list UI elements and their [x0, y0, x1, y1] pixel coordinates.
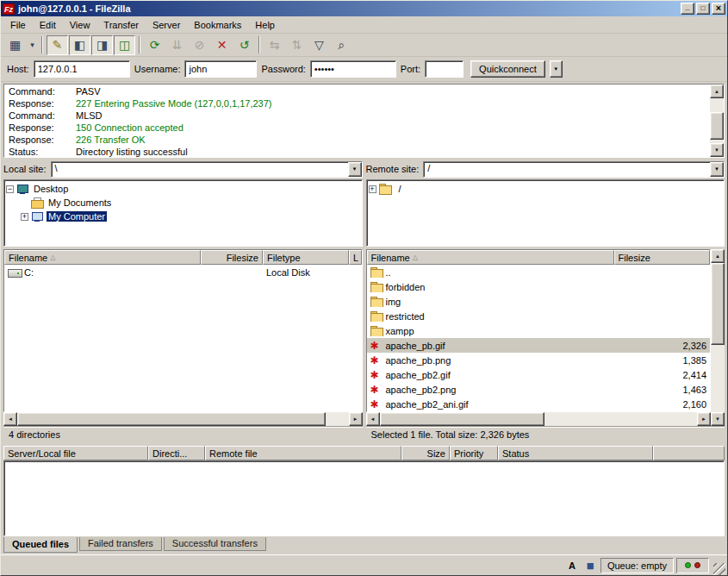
column-header-filesize[interactable]: Filesize	[614, 250, 711, 265]
column-header-status[interactable]: Status	[498, 446, 653, 460]
remote-file-row[interactable]: ✱apache_pb.png 1,385	[367, 353, 711, 367]
remote-site-combo[interactable]: / ▼	[423, 161, 725, 178]
local-file-row[interactable]: C: Local Disk	[4, 265, 362, 279]
scroll-up-button[interactable]: ▲	[711, 249, 725, 263]
column-header-filename[interactable]: Filename△	[4, 250, 201, 265]
local-horizontal-scrollbar[interactable]: ◄ ►	[3, 412, 363, 426]
local-site-combo[interactable]: \ ▼	[51, 161, 363, 178]
cancel-button[interactable]: ⊘	[189, 35, 210, 55]
tab-failed-transfers[interactable]: Failed transfers	[79, 537, 162, 551]
expand-icon[interactable]: +	[369, 185, 376, 193]
remote-file-row[interactable]: ✱apache_pb2_ani.gif 2,160	[367, 397, 711, 411]
scroll-thumb[interactable]	[711, 263, 725, 345]
toggle-remote-tree-button[interactable]: ◨	[91, 35, 113, 55]
column-header-truncated[interactable]: L	[349, 250, 362, 265]
filesize: 2,326	[614, 341, 711, 351]
filter-button[interactable]: ▽	[308, 35, 330, 55]
remote-horizontal-scrollbar[interactable]: ◄ ►	[366, 412, 712, 426]
disconnect-button[interactable]: ✕	[211, 35, 233, 55]
column-header-priority[interactable]: Priority	[450, 446, 498, 460]
remote-file-row[interactable]: ..	[367, 265, 711, 279]
column-header-filename[interactable]: Filename△	[367, 250, 614, 265]
reconnect-button[interactable]: ↺	[233, 35, 255, 55]
column-header-filetype[interactable]: Filetype	[263, 250, 349, 265]
scroll-up-button[interactable]: ▲	[710, 85, 724, 98]
minimize-button[interactable]: _	[681, 3, 694, 15]
close-button[interactable]: ×	[712, 3, 725, 15]
scroll-thumb[interactable]	[710, 112, 724, 140]
tab-queued-files[interactable]: Queued files	[3, 537, 78, 553]
remote-file-row[interactable]: ✱apache_pb2.gif 2,414	[367, 367, 711, 382]
log-scrollbar[interactable]: ▲ ▼	[710, 85, 724, 157]
scroll-right-button[interactable]: ►	[349, 412, 363, 426]
menu-file[interactable]: File	[3, 18, 33, 32]
column-header-server-local-file[interactable]: Server/Local file	[3, 446, 148, 460]
host-input[interactable]	[34, 60, 130, 78]
search-button[interactable]: ⌕	[331, 35, 352, 55]
quickconnect-bar: Host: Username: Password: Port: Quickcon…	[1, 57, 727, 82]
expand-icon[interactable]: +	[21, 213, 28, 221]
column-label: Size	[427, 448, 445, 459]
tree-item-my-documents[interactable]: My Documents	[6, 196, 360, 210]
scroll-track[interactable]	[380, 412, 698, 426]
scroll-left-button[interactable]: ◄	[3, 412, 17, 426]
scroll-left-button[interactable]: ◄	[366, 412, 380, 426]
tree-item-my-computer[interactable]: + My Computer	[6, 210, 360, 223]
menu-edit[interactable]: Edit	[33, 18, 63, 32]
site-manager-dropdown-button[interactable]: ▾	[27, 35, 38, 55]
maximize-button[interactable]: □	[696, 3, 710, 15]
scroll-down-button[interactable]: ▼	[710, 143, 724, 157]
refresh-button[interactable]: ⟳	[144, 35, 165, 55]
column-header-filesize[interactable]: Filesize	[201, 250, 263, 265]
scroll-thumb[interactable]	[17, 412, 326, 426]
scroll-down-button[interactable]: ▼	[711, 412, 725, 426]
menu-transfer[interactable]: Transfer	[96, 18, 146, 32]
remote-file-row[interactable]: img	[367, 294, 711, 309]
resize-grip[interactable]	[713, 563, 725, 575]
quickconnect-dropdown-button[interactable]: ▼	[550, 60, 563, 78]
scroll-thumb[interactable]	[380, 412, 545, 426]
toolbar-separator	[258, 36, 260, 53]
menu-view[interactable]: View	[63, 18, 97, 32]
column-header-size[interactable]: Size	[401, 446, 450, 460]
toggle-message-log-button[interactable]: ✎	[47, 35, 68, 55]
chevron-down-icon[interactable]: ▼	[710, 162, 724, 177]
log-lines: Command:PASV Response:227 Entering Passi…	[4, 85, 710, 157]
tree-item-desktop[interactable]: − Desktop	[6, 182, 360, 196]
main-panes: Local site: \ ▼ − Desktop My Documents	[1, 160, 727, 442]
remote-file-row[interactable]: forbidden	[367, 279, 711, 294]
directory-comparison-button[interactable]: ⇆	[264, 35, 285, 55]
tab-successful-transfers[interactable]: Successful transfers	[164, 537, 266, 551]
process-queue-icon: ⇊	[172, 39, 183, 51]
remote-file-row[interactable]: restricted	[367, 309, 711, 323]
column-header-remote-file[interactable]: Remote file	[205, 446, 401, 460]
process-queue-button[interactable]: ⇊	[166, 35, 188, 55]
scroll-right-button[interactable]: ►	[697, 412, 711, 426]
quickconnect-button[interactable]: Quickconnect	[470, 60, 545, 78]
menu-help[interactable]: Help	[248, 18, 282, 32]
remote-vertical-scrollbar[interactable]: ▲ ▼	[711, 249, 725, 426]
remote-file-row[interactable]: xampp	[367, 323, 711, 338]
toggle-local-tree-button[interactable]: ◧	[69, 35, 90, 55]
column-header-direction[interactable]: Directi...	[148, 446, 205, 460]
menu-bookmarks[interactable]: Bookmarks	[187, 18, 248, 32]
toggle-queue-button[interactable]: ◫	[114, 35, 135, 55]
menu-server[interactable]: Server	[146, 18, 187, 32]
tree-item-root[interactable]: + /	[369, 182, 723, 196]
documents-folder-icon	[31, 197, 44, 209]
scroll-track[interactable]	[17, 412, 349, 426]
scroll-track[interactable]	[710, 98, 724, 143]
filesize: 2,160	[614, 399, 711, 410]
transfer-type-icon[interactable]: A	[564, 559, 580, 573]
remote-file-row[interactable]: ✱apache_pb2.png 1,463	[367, 382, 711, 397]
password-input[interactable]	[310, 60, 396, 78]
port-input[interactable]	[425, 60, 464, 78]
remote-file-row-selected[interactable]: ✱apache_pb.gif 2,326	[367, 338, 711, 353]
site-manager-button[interactable]: ▦	[4, 35, 26, 55]
scroll-track[interactable]	[711, 263, 725, 412]
collapse-icon[interactable]: −	[6, 185, 14, 193]
username-input[interactable]	[184, 60, 257, 78]
socket-status-icon[interactable]: ▦	[582, 559, 598, 573]
chevron-down-icon[interactable]: ▼	[348, 162, 362, 177]
synchronized-browsing-button[interactable]: ⇅	[286, 35, 308, 55]
